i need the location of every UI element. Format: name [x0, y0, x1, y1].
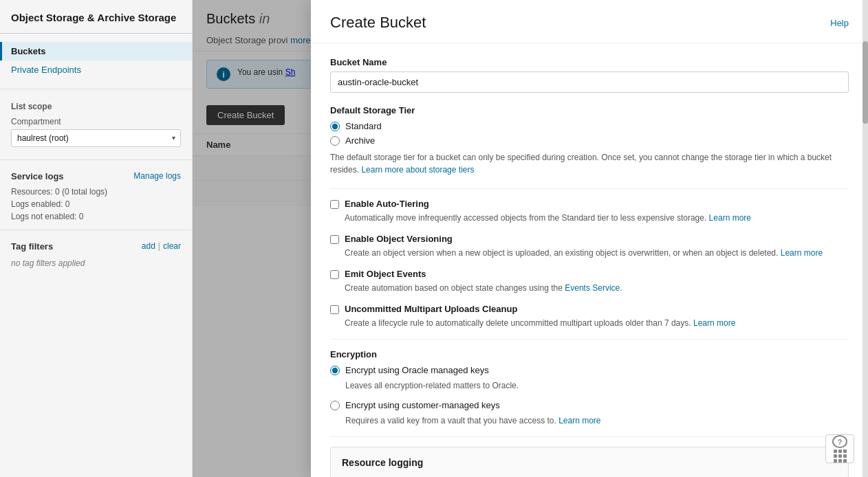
sidebar-title: Object Storage & Archive Storage: [0, 11, 192, 34]
auto-tiering-learn-more-link[interactable]: Learn more: [709, 213, 751, 223]
storage-tier-info: The default storage tier for a bucket ca…: [330, 151, 849, 176]
help-circle-icon: ?: [832, 435, 847, 448]
storage-tier-label: Default Storage Tier: [330, 105, 849, 115]
section-divider-2: [330, 339, 849, 340]
add-tag-filter-link[interactable]: add: [142, 241, 155, 251]
object-versioning-learn-more-link[interactable]: Learn more: [781, 248, 823, 258]
modal-body: Bucket Name Default Storage Tier Standar…: [311, 43, 868, 477]
encrypt-oracle-radio[interactable]: [330, 366, 340, 375]
scrollbar[interactable]: [862, 0, 868, 477]
compartment-select[interactable]: haulrest (root): [11, 129, 181, 147]
emit-events-desc: Create automation based on object state …: [330, 282, 849, 294]
standard-radio-item[interactable]: Standard: [330, 121, 849, 131]
sidebar-divider-2: [0, 159, 192, 160]
storage-tier-learn-more-link[interactable]: Learn more about storage tiers: [361, 165, 474, 175]
encrypt-oracle-label: Encrypt using Oracle managed keys: [345, 365, 489, 375]
manage-logs-link[interactable]: Manage logs: [133, 171, 181, 181]
object-versioning-desc: Create an object version when a new obje…: [330, 247, 849, 259]
tag-filters-title: Tag filters: [11, 241, 53, 252]
no-tag-filters-text: no tag filters applied: [0, 256, 192, 271]
resource-logging-section: Resource logging: [330, 447, 849, 477]
logs-not-enabled-text: Logs not enabled: 0: [0, 210, 192, 223]
modal-title: Create Bucket: [330, 14, 426, 32]
modal-panel: Create Bucket Help Bucket Name Default S…: [311, 0, 868, 477]
auto-tiering-section: Enable Auto-Tiering Automatically move i…: [330, 199, 849, 224]
archive-radio[interactable]: [330, 136, 340, 146]
main-content: Buckets in Object Storage provi more i Y…: [193, 0, 868, 477]
bucket-name-label: Bucket Name: [330, 57, 849, 67]
archive-label: Archive: [345, 135, 375, 146]
encrypt-customer-item[interactable]: Encrypt using customer-managed keys: [330, 400, 849, 410]
sidebar-divider-1: [0, 89, 192, 89]
list-scope-title: List scope: [0, 96, 192, 114]
archive-radio-item[interactable]: Archive: [330, 135, 849, 146]
multipart-learn-more-link[interactable]: Learn more: [693, 318, 735, 328]
logs-enabled-text: Logs enabled: 0: [0, 198, 192, 210]
standard-radio[interactable]: [330, 122, 340, 131]
compartment-label: Compartment: [11, 117, 181, 126]
auto-tiering-desc: Automatically move infrequently accessed…: [330, 212, 849, 224]
storage-tier-group: Default Storage Tier Standard Archive Th…: [330, 105, 849, 176]
emit-events-section: Emit Object Events Create automation bas…: [330, 269, 849, 294]
grid-icon: [834, 450, 847, 463]
help-fab-button[interactable]: ?: [825, 434, 854, 463]
modal-help-link[interactable]: Help: [830, 18, 849, 28]
encryption-radio-group: Encrypt using Oracle managed keys Leaves…: [330, 365, 849, 427]
sidebar-item-buckets[interactable]: Buckets: [0, 42, 192, 60]
resources-text: Resources: 0 (0 total logs): [0, 186, 192, 198]
encrypt-customer-desc: Requires a valid key from a vault that y…: [330, 414, 849, 427]
encryption-section: Encryption Encrypt using Oracle managed …: [330, 349, 849, 427]
sidebar-item-private-endpoints[interactable]: Private Endpoints: [0, 60, 192, 79]
multipart-label: Uncommitted Multipart Uploads Cleanup: [345, 304, 517, 314]
service-logs-title: Service logs: [11, 171, 64, 181]
sidebar: Object Storage & Archive Storage Buckets…: [0, 0, 193, 477]
object-versioning-section: Enable Object Versioning Create an objec…: [330, 234, 849, 259]
scrollbar-thumb[interactable]: [862, 41, 868, 124]
multipart-checkbox[interactable]: [330, 305, 339, 314]
sidebar-nav: Buckets Private Endpoints: [0, 39, 192, 82]
encrypt-oracle-desc: Leaves all encryption-related matters to…: [330, 379, 849, 392]
auto-tiering-checkbox[interactable]: [330, 200, 339, 209]
modal-header: Create Bucket Help: [311, 0, 868, 43]
bucket-name-input[interactable]: [330, 71, 849, 93]
object-versioning-checkbox-item: Enable Object Versioning: [330, 234, 849, 244]
sidebar-divider-3: [0, 230, 192, 230]
multipart-section: Uncommitted Multipart Uploads Cleanup Cr…: [330, 304, 849, 329]
encrypt-customer-label: Encrypt using customer-managed keys: [345, 400, 500, 410]
pipe-separator: |: [158, 241, 160, 251]
encrypt-customer-radio[interactable]: [330, 401, 340, 410]
resource-logging-title: Resource logging: [342, 457, 837, 468]
emit-events-checkbox[interactable]: [330, 270, 339, 279]
standard-label: Standard: [345, 121, 382, 131]
object-versioning-checkbox[interactable]: [330, 235, 339, 244]
object-versioning-label: Enable Object Versioning: [345, 234, 453, 244]
events-service-link[interactable]: Events Service.: [565, 283, 622, 293]
bucket-name-group: Bucket Name: [330, 57, 849, 93]
emit-events-label: Emit Object Events: [345, 269, 426, 279]
auto-tiering-label: Enable Auto-Tiering: [345, 199, 429, 209]
multipart-desc: Create a lifecycle rule to automatically…: [330, 317, 849, 329]
multipart-checkbox-item: Uncommitted Multipart Uploads Cleanup: [330, 304, 849, 314]
encrypt-customer-learn-more-link[interactable]: Learn more: [558, 416, 600, 425]
storage-tier-radio-group: Standard Archive: [330, 121, 849, 146]
encryption-title: Encryption: [330, 349, 849, 359]
section-divider-3: [330, 436, 849, 437]
emit-events-checkbox-item: Emit Object Events: [330, 269, 849, 279]
auto-tiering-checkbox-item: Enable Auto-Tiering: [330, 199, 849, 209]
encrypt-oracle-item[interactable]: Encrypt using Oracle managed keys: [330, 365, 849, 375]
section-divider-1: [330, 188, 849, 189]
clear-tag-filter-link[interactable]: clear: [163, 241, 181, 251]
